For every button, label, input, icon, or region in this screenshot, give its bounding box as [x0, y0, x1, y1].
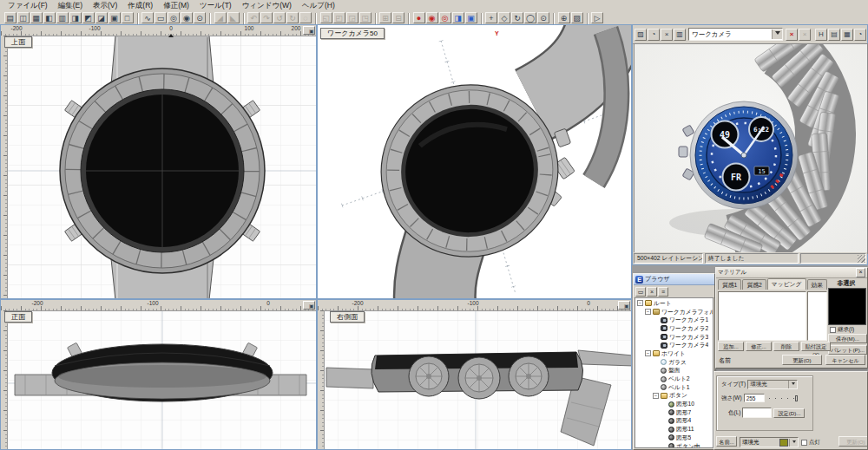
tree-item[interactable]: − 図形11	[637, 425, 713, 434]
light-update-button[interactable]: 更新(O)	[838, 436, 868, 447]
tree-item[interactable]: − ベルト1	[637, 383, 713, 392]
light-select[interactable]: 環境光	[740, 437, 799, 447]
toolbar-button-move[interactable]: ◇	[498, 12, 510, 23]
toolbar-button-revert[interactable]: ↻	[286, 12, 299, 23]
viewport-canvas-camera[interactable]: Y	[318, 25, 632, 299]
inherit-option[interactable]: 継承(I)	[830, 326, 854, 334]
browser-button-delete-part[interactable]: ×	[647, 287, 657, 297]
tree-item[interactable]: − ボタン	[637, 392, 713, 401]
toolbar-button-zoom[interactable]: ◯	[524, 12, 536, 23]
object-tree[interactable]: − ルート − ワークカメラフォルダ − ワークカメラ1 − ワークカメラ2 −…	[635, 297, 713, 448]
material-button[interactable]: 修正...	[746, 342, 772, 351]
tree-expander[interactable]: −	[645, 350, 651, 356]
browser-button-list-mode[interactable]: ≡	[658, 287, 668, 297]
panel-button-render-options[interactable]: ▥	[674, 29, 686, 41]
browser-button-new-part[interactable]: ▭	[635, 287, 646, 297]
material-button[interactable]: 貼付設定(X)	[801, 342, 831, 351]
material-tab[interactable]: 質感2	[742, 279, 766, 290]
light-lit-option[interactable]: 点灯	[801, 439, 820, 447]
toolbar-button-tool-circle[interactable]: ◎	[168, 12, 180, 23]
toolbar-button-repeat[interactable]: ↺	[273, 12, 286, 23]
slider-handle[interactable]	[795, 395, 798, 401]
tree-item[interactable]: − ワークカメラ3	[637, 333, 713, 342]
menu-item[interactable]: ファイル(F)	[3, 1, 52, 11]
menu-item[interactable]: 編集(E)	[54, 1, 87, 11]
tree-item[interactable]: − ベルト2	[637, 375, 713, 383]
toolbar-button-copy[interactable]: ◰	[333, 12, 345, 23]
toolbar-button-undo[interactable]: ↶	[247, 12, 260, 23]
viewport-front-view[interactable]: -200-1000 ▣ 正面	[0, 299, 317, 450]
tree-item[interactable]: − ワークカメラ2	[637, 324, 713, 333]
tree-item[interactable]: − ガラス	[637, 358, 713, 367]
tree-item[interactable]: − 図形7	[637, 408, 713, 417]
material-button[interactable]: パレット(P)...	[828, 345, 867, 355]
toolbar-button-spotlight[interactable]: ⊙	[537, 12, 549, 23]
toolbar-button-tool-disk[interactable]: ⊙	[194, 12, 206, 23]
toolbar-button-rotate[interactable]: ↻	[511, 12, 523, 23]
toolbar-button-layout-bottom[interactable]: ◪	[95, 12, 108, 23]
tree-item[interactable]: − ホワイト	[637, 349, 713, 358]
viewport-work-camera[interactable]: Y ワークカメラ50	[317, 24, 632, 299]
toolbar-button-layout-persp[interactable]: ▣	[108, 12, 121, 23]
toolbar-button-tool-bend[interactable]: ◣	[227, 12, 240, 23]
toolbar-button-tool-mirror[interactable]: ◢	[214, 12, 227, 23]
toolbar-button-tool-curve[interactable]: ∿	[141, 12, 154, 23]
tree-expander[interactable]: −	[637, 300, 643, 306]
toolbar-button-render-preview[interactable]: ◎	[439, 12, 451, 23]
chevron-down-icon[interactable]	[789, 439, 798, 447]
panel-button-render-settings[interactable]: ▨	[635, 29, 647, 41]
toolbar-button-redo[interactable]: ↷	[260, 12, 273, 23]
light-strength-slider[interactable]	[766, 395, 798, 401]
menu-item[interactable]: ツール(T)	[195, 1, 236, 11]
tree-item[interactable]: − ルート	[637, 299, 713, 308]
toolbar-button-refresh[interactable]: ◌	[299, 12, 312, 23]
viewport-canvas-front[interactable]	[1, 300, 317, 450]
toolbar-button-tool-sphere[interactable]: ◉	[181, 12, 193, 23]
toolbar-button-pan[interactable]: +	[485, 12, 497, 23]
viewport-canvas-side[interactable]	[318, 300, 632, 450]
tree-item[interactable]: − 盤面	[637, 367, 713, 375]
toolbar-button-layout-top[interactable]: ◩	[82, 12, 95, 23]
toolbar-button-layout-full[interactable]: □	[122, 12, 134, 23]
toolbar-button-tool-rect[interactable]: ▭	[155, 12, 167, 23]
toolbar-button-layout-rows[interactable]: ▥	[56, 12, 69, 23]
light-name-button[interactable]: 名前...	[716, 436, 737, 447]
viewport-side-view[interactable]: -200-1000 ▣ 右側面	[317, 299, 632, 450]
material-tab[interactable]: 質感1	[718, 279, 741, 290]
light-color-setting-button[interactable]: 設定(D)...	[773, 408, 805, 418]
material-tab[interactable]: 効果	[807, 279, 828, 290]
material-preview[interactable]	[828, 288, 866, 325]
menu-item[interactable]: ウィンドウ(W)	[238, 1, 296, 11]
menu-item[interactable]: 修正(M)	[159, 1, 194, 11]
material-button[interactable]: 削除	[773, 342, 799, 351]
toolbar-button-layout-right[interactable]: ◨	[69, 12, 82, 23]
menu-item[interactable]: ヘルプ(H)	[298, 1, 339, 11]
panel-button-clear-disabled[interactable]: ×	[799, 29, 811, 41]
tree-item[interactable]: − ワークカメラ4	[637, 341, 713, 349]
panel-button-clear-image[interactable]: ×	[786, 29, 798, 41]
cancel-button[interactable]: キャンセル	[825, 355, 865, 365]
tree-expander[interactable]: −	[645, 309, 651, 315]
toolbar-button-paste[interactable]: ◲	[346, 12, 358, 23]
update-button[interactable]: 更新(O)	[782, 355, 822, 365]
toolbar-button-ungroup[interactable]: ⊟	[392, 12, 404, 23]
panel-button-re-render[interactable]: ◔	[648, 29, 660, 41]
toolbar-button-render-area[interactable]: ◉	[426, 12, 438, 23]
menu-item[interactable]: 作成(R)	[123, 1, 157, 11]
toolbar-button-layout-two[interactable]: ◫	[17, 12, 30, 23]
tree-item[interactable]: − 図形5	[637, 434, 713, 442]
lit-checkbox[interactable]	[801, 440, 807, 446]
toolbar-button-globe[interactable]: ⊕	[558, 12, 570, 23]
panel-button-preview-image[interactable]: ◔	[854, 29, 866, 41]
toolbar-button-layout-single[interactable]: ▤	[4, 12, 16, 23]
material-button[interactable]: 保存(M)...	[828, 334, 867, 343]
material-column[interactable]	[807, 291, 827, 341]
viewport-canvas-top[interactable]	[1, 25, 317, 299]
tree-item[interactable]: − ワークカメラフォルダ	[637, 308, 713, 316]
inherit-checkbox[interactable]	[830, 327, 836, 333]
panel-button-save-image[interactable]: H	[815, 29, 827, 41]
ruler-options-button[interactable]: ▣	[618, 301, 630, 310]
panel-button-copy-image[interactable]: ▤	[828, 29, 840, 41]
chevron-down-icon[interactable]	[772, 29, 782, 39]
toolbar-button-camera-jump[interactable]: ▷	[591, 12, 603, 23]
